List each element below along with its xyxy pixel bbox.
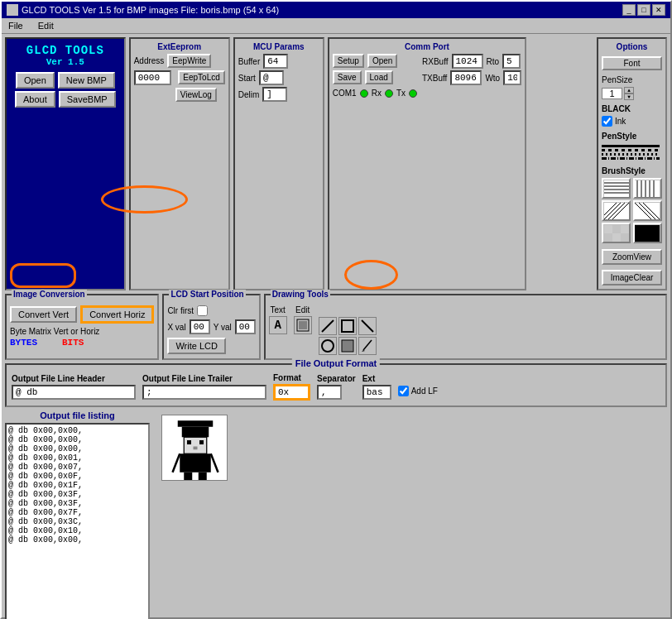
image-conversion-panel: Image Conversion Convert Vert Convert Ho…: [5, 294, 159, 360]
tx-label: Tx: [396, 89, 406, 98]
pen-style-dash[interactable]: [602, 149, 660, 151]
load-button[interactable]: Load: [365, 70, 393, 84]
add-lf-group: Add LF: [398, 386, 438, 396]
maximize-button[interactable]: □: [637, 4, 650, 16]
pen-style-label: PenStyle: [602, 132, 662, 141]
about-button[interactable]: About: [15, 91, 55, 108]
ext-eeprom-panel: ExtEeprom Address EepWrite EepToLcd View…: [129, 37, 230, 290]
brush-style-5[interactable]: [602, 223, 631, 243]
pen-size-down[interactable]: ▼: [624, 94, 634, 100]
menu-edit[interactable]: Edit: [35, 20, 57, 31]
pen-size-spinner: ▲ ▼: [624, 87, 634, 100]
draw-fill-rect-tool[interactable]: [338, 337, 357, 355]
pen-style-solid[interactable]: [602, 145, 660, 147]
new-bmp-button[interactable]: New BMP: [58, 72, 115, 89]
svg-rect-39: [182, 427, 209, 438]
svg-rect-29: [299, 321, 307, 329]
wto-field[interactable]: [503, 70, 521, 85]
x-val-field[interactable]: [190, 319, 210, 334]
save-comm-button[interactable]: Save: [333, 70, 362, 84]
separator-group: Separator: [317, 374, 356, 400]
svg-rect-31: [342, 320, 353, 332]
start-field[interactable]: [259, 70, 284, 85]
edit-tool[interactable]: [294, 316, 312, 334]
y-val-field[interactable]: [235, 319, 256, 334]
open-comm-button[interactable]: Open: [367, 54, 397, 68]
font-button[interactable]: Font: [602, 56, 662, 70]
convert-vert-button[interactable]: Convert Vert: [10, 306, 77, 323]
buffer-field[interactable]: [263, 54, 288, 69]
add-lf-checkbox[interactable]: [398, 386, 409, 396]
output-listing[interactable]: @ db 0x00,0x00,@ db 0x00,0x00,@ db 0x00,…: [5, 423, 150, 619]
separator-input[interactable]: [317, 385, 342, 400]
brush-style-1[interactable]: [602, 178, 631, 199]
list-item: @ db 0x00,0x00,: [8, 435, 146, 444]
draw-pencil-tool[interactable]: [358, 337, 377, 355]
svg-rect-42: [199, 440, 204, 444]
comm-port-title: Comm Port: [333, 42, 521, 51]
tx-led: [409, 89, 417, 98]
draw-circle-tool[interactable]: [319, 337, 337, 355]
brush-style-6[interactable]: [633, 223, 662, 243]
bits-label: BITS: [62, 338, 84, 348]
eep-write-button[interactable]: EepWrite: [167, 54, 211, 68]
draw-line-tool[interactable]: [319, 317, 337, 335]
list-item: @ db 0x00,0x01,: [8, 453, 146, 463]
svg-marker-36: [362, 350, 365, 352]
menu-file[interactable]: File: [5, 20, 26, 31]
rto-field[interactable]: [502, 54, 521, 69]
rx-label: Rx: [372, 89, 382, 98]
svg-rect-5: [635, 180, 660, 197]
write-lcd-button[interactable]: Write LCD: [167, 338, 226, 354]
trailer-group: Output File Line Trailer: [142, 374, 266, 400]
address-field[interactable]: [134, 70, 171, 85]
comm-port-panel: Comm Port Setup Open Save Load COM1: [328, 37, 526, 290]
close-button[interactable]: ✕: [652, 4, 665, 16]
format-input[interactable]: [273, 384, 310, 401]
trailer-input[interactable]: [142, 385, 266, 400]
pen-size-box: ▲ ▼: [602, 87, 662, 100]
com1-led: [360, 89, 368, 98]
rx-buff-field[interactable]: [452, 54, 483, 69]
pen-style-dash-dot[interactable]: [602, 157, 660, 160]
text-tool[interactable]: A: [269, 316, 287, 334]
eep-to-lcd-button[interactable]: EepToLcd: [178, 70, 224, 84]
delim-field[interactable]: [262, 87, 287, 102]
open-button[interactable]: Open: [16, 72, 55, 89]
brush-style-2[interactable]: [633, 178, 662, 199]
clr-first-label: Clr first: [167, 306, 194, 315]
drawing-tools-panel: Drawing Tools Text A Edit: [264, 294, 667, 360]
save-bmp-button[interactable]: SaveBMP: [59, 91, 116, 108]
tx-buff-field[interactable]: [450, 70, 482, 85]
com1-label: COM1: [333, 89, 357, 98]
convert-horiz-button[interactable]: Convert Horiz: [80, 305, 154, 324]
brush-style-4[interactable]: [633, 200, 662, 221]
tx-buff-label: TXBuff: [422, 74, 447, 83]
draw-rect-tool[interactable]: [338, 317, 357, 335]
header-input[interactable]: [12, 385, 136, 400]
draw-diag-tool[interactable]: [358, 317, 377, 335]
list-item: @ db 0x00,0x3F,: [8, 499, 146, 508]
image-clear-button[interactable]: ImageClear: [602, 270, 662, 286]
pen-size-up[interactable]: ▲: [624, 87, 634, 94]
setup-button[interactable]: Setup: [333, 54, 364, 68]
rx-buff-label: RXBuff: [422, 57, 449, 66]
brush-style-3[interactable]: [602, 200, 631, 221]
ext-input[interactable]: [362, 385, 391, 400]
brush-style-label: BrushStyle: [602, 166, 662, 175]
svg-rect-46: [199, 473, 207, 481]
list-item: @ db 0x00,0x10,: [8, 526, 146, 535]
minimize-button[interactable]: _: [622, 4, 636, 16]
file-output-panel: File Output Format Output File Line Head…: [5, 363, 667, 407]
zoom-view-button[interactable]: ZoomView: [602, 249, 662, 265]
title-controls: _ □ ✕: [622, 4, 665, 16]
pen-size-field[interactable]: [602, 88, 622, 99]
add-lf-label: Add LF: [411, 386, 438, 396]
black-label: BLACK: [602, 104, 662, 113]
y-val-label: Y val: [214, 323, 232, 332]
pen-style-dot[interactable]: [602, 153, 660, 156]
view-log-button[interactable]: ViewLog: [175, 88, 217, 102]
options-title: Options: [602, 42, 662, 51]
ink-checkbox[interactable]: [602, 116, 612, 127]
clr-first-checkbox[interactable]: [197, 305, 208, 316]
